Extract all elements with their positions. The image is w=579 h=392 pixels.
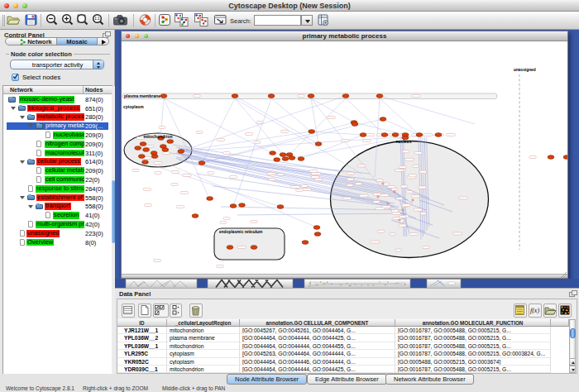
svg-text:cytoplasm: cytoplasm <box>123 104 144 109</box>
svg-text:plasma membrane: plasma membrane <box>124 93 160 98</box>
svg-text:mitochondrion: mitochondrion <box>144 134 173 139</box>
svg-text:endoplasmic reticulum: endoplasmic reticulum <box>219 230 262 234</box>
svg-text:nucleus: nucleus <box>396 139 412 144</box>
svg-text:1:1: 1:1 <box>94 17 100 21</box>
svg-text:unassigned: unassigned <box>514 68 536 72</box>
svg-text:f(x): f(x) <box>530 307 539 314</box>
